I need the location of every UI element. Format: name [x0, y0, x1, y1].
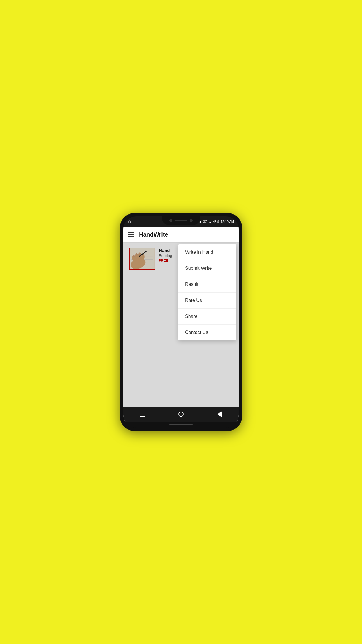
nav-back-button[interactable]: [215, 410, 224, 418]
recents-icon: [140, 412, 145, 417]
menu-item-rate-us[interactable]: Rate Us: [178, 293, 236, 309]
network-signal-icon: ▲: [209, 220, 212, 223]
nav-home-button[interactable]: [177, 410, 185, 418]
home-icon: [178, 412, 184, 417]
menu-item-contact-us[interactable]: Contact Us: [178, 325, 236, 340]
hamburger-line-1: [128, 232, 134, 233]
hamburger-line-2: [128, 234, 134, 235]
app-screen: HandWrite: [123, 227, 239, 422]
menu-item-share[interactable]: Share: [178, 309, 236, 325]
menu-item-result[interactable]: Result: [178, 276, 236, 293]
notch-camera-2: [190, 219, 193, 222]
battery-label: 43%: [213, 220, 219, 223]
hamburger-menu-button[interactable]: [128, 232, 134, 237]
app-toolbar: HandWrite: [123, 227, 239, 242]
phone-bottom-bar: [123, 422, 239, 428]
bottom-pill: [169, 424, 193, 425]
camera-icon: ⊙: [128, 220, 131, 224]
notch-speaker: [175, 220, 187, 221]
hamburger-line-3: [128, 236, 134, 237]
network-label: 3G: [203, 220, 208, 223]
notch-camera: [169, 219, 172, 222]
menu-item-write-in-hand[interactable]: Write in Hand: [178, 244, 236, 260]
dropdown-menu: Write in Hand Submit Write Result Rate U…: [178, 244, 236, 340]
nav-recents-button[interactable]: [138, 410, 147, 418]
status-left: ⊙: [128, 220, 132, 224]
phone-device: ⊙ 📳 ▾ G ▲ 3G ▲ 43% 12:19 AM: [120, 213, 242, 431]
app-title: HandWrite: [139, 231, 234, 238]
phone-notch: [162, 216, 200, 225]
content-area: Hand Running PRIZE Write in Hand Submit …: [123, 242, 239, 407]
phone-screen: ⊙ 📳 ▾ G ▲ 3G ▲ 43% 12:19 AM: [123, 216, 239, 428]
menu-item-submit-write[interactable]: Submit Write: [178, 260, 236, 276]
back-icon: [217, 411, 222, 417]
nav-bar: [123, 407, 239, 422]
time-label: 12:19 AM: [221, 220, 234, 223]
